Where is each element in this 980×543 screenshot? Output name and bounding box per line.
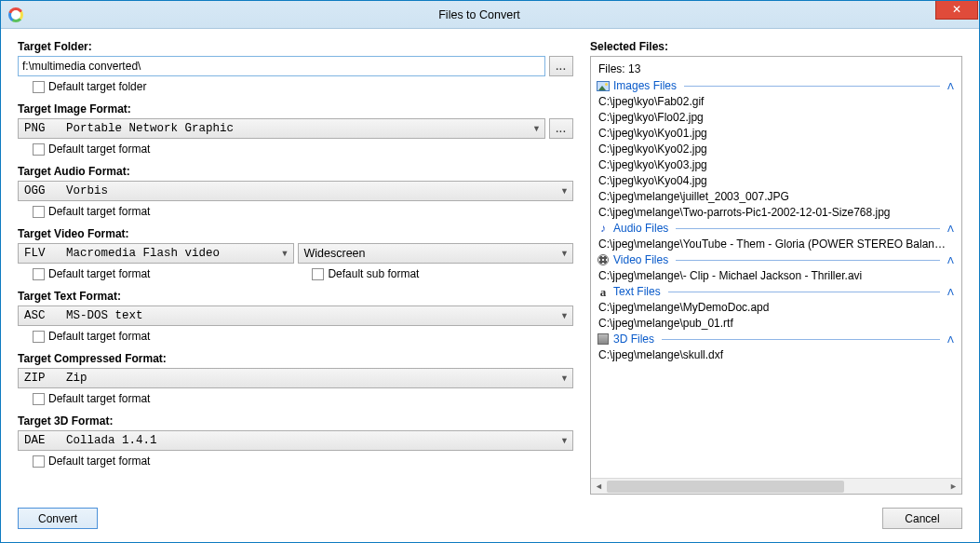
divider xyxy=(662,339,940,340)
footer: Convert Cancel xyxy=(1,502,979,542)
chevron-down-icon: ▼ xyxy=(560,186,569,196)
file-group-header[interactable]: 3D Filesᐱ xyxy=(597,333,960,346)
text-format-select[interactable]: ASC MS-DOS text ▼ xyxy=(18,305,573,326)
target-folder-input[interactable] xyxy=(18,56,545,76)
content-area: Target Folder: ... Default target folder… xyxy=(1,29,979,502)
video-format-value: FLV Macromedia Flash video xyxy=(24,247,220,260)
default-text-checkbox[interactable] xyxy=(33,331,45,343)
collapse-icon[interactable]: ᐱ xyxy=(947,255,954,265)
target-compressed-label: Target Compressed Format: xyxy=(18,352,573,365)
default-compressed-checkbox[interactable] xyxy=(33,393,45,405)
file-item[interactable]: C:\jpeg\melange\pub_01.rtf xyxy=(598,316,947,331)
audio-format-select[interactable]: OGG Vorbis ▼ xyxy=(18,181,573,201)
default-compressed-label: Default target format xyxy=(48,392,150,405)
group-label: Video Files xyxy=(613,253,668,266)
default-audio-checkbox[interactable] xyxy=(33,206,45,218)
image-format-select[interactable]: PNG Portable Network Graphic ▼ xyxy=(18,118,545,139)
img-icon xyxy=(597,79,610,92)
selected-files-label: Selected Files: xyxy=(590,40,962,53)
browse-folder-button[interactable]: ... xyxy=(549,56,573,76)
file-item[interactable]: C:\jpeg\kyo\Flo02.jpg xyxy=(598,110,947,125)
collapse-icon[interactable]: ᐱ xyxy=(947,224,954,234)
audio-format-value: OGG Vorbis xyxy=(24,184,108,197)
scroll-right-button[interactable]: ► xyxy=(946,479,961,495)
file-item[interactable]: C:\jpeg\kyo\Kyo04.jpg xyxy=(598,173,947,188)
titlebar[interactable]: Files to Convert ✕ xyxy=(1,1,979,29)
file-item[interactable]: C:\jpeg\melange\MyDemoDoc.apd xyxy=(598,300,947,315)
group-label: Audio Files xyxy=(613,222,668,235)
app-icon xyxy=(8,7,23,22)
target-folder-label: Target Folder: xyxy=(18,40,573,53)
close-button[interactable]: ✕ xyxy=(935,1,978,20)
file-list-inner: Files: 13 Images FilesᐱC:\jpeg\kyo\Fab02… xyxy=(591,57,961,478)
video-subformat-select[interactable]: Widescreen ▼ xyxy=(298,243,574,264)
scroll-left-button[interactable]: ◄ xyxy=(591,479,607,495)
target-audio-label: Target Audio Format: xyxy=(18,165,573,178)
horizontal-scrollbar[interactable]: ◄ ► xyxy=(591,478,961,494)
divider xyxy=(668,292,940,292)
divider xyxy=(676,260,940,261)
target-image-label: Target Image Format: xyxy=(18,102,573,115)
video-format-select[interactable]: FLV Macromedia Flash video ▼ xyxy=(18,243,294,264)
default-video-checkbox[interactable] xyxy=(33,268,45,280)
file-item[interactable]: C:\jpeg\melange\skull.dxf xyxy=(598,347,947,362)
cancel-button[interactable]: Cancel xyxy=(882,508,962,529)
default-3d-label: Default target format xyxy=(48,455,150,468)
default-3d-checkbox[interactable] xyxy=(33,455,45,468)
file-item[interactable]: C:\jpeg\kyo\Kyo03.jpg xyxy=(598,157,947,172)
file-group-header[interactable]: Video Filesᐱ xyxy=(597,253,960,266)
divider xyxy=(676,228,940,229)
default-image-checkbox[interactable] xyxy=(33,143,45,156)
group-label: Images Files xyxy=(613,79,677,92)
selected-files-list[interactable]: Files: 13 Images FilesᐱC:\jpeg\kyo\Fab02… xyxy=(590,56,962,495)
default-subformat-label: Default sub format xyxy=(328,267,419,280)
scroll-track[interactable] xyxy=(607,479,946,494)
default-text-label: Default target format xyxy=(48,330,150,343)
text-icon: a xyxy=(597,285,610,298)
default-subformat-checkbox[interactable] xyxy=(312,268,324,280)
file-item[interactable]: C:\jpeg\kyo\Kyo02.jpg xyxy=(598,142,947,156)
scroll-thumb[interactable] xyxy=(607,481,844,493)
file-item[interactable]: C:\jpeg\melange\- Clip - Michael Jackson… xyxy=(598,268,947,283)
chevron-down-icon: ▼ xyxy=(560,436,569,445)
file-item[interactable]: C:\jpeg\melange\YouTube - Them - Gloria … xyxy=(598,237,947,251)
chevron-down-icon: ▼ xyxy=(281,249,289,258)
left-column: Target Folder: ... Default target folder… xyxy=(18,40,573,495)
window-title: Files to Convert xyxy=(23,8,935,21)
default-folder-checkbox[interactable] xyxy=(33,81,45,93)
chevron-down-icon: ▼ xyxy=(560,311,569,320)
file-item[interactable]: C:\jpeg\melange\juillet_2003_007.JPG xyxy=(598,189,947,204)
image-format-options-button[interactable]: ... xyxy=(549,118,573,139)
convert-button[interactable]: Convert xyxy=(18,508,98,529)
video-icon xyxy=(597,253,610,266)
file-group-header[interactable]: aText Filesᐱ xyxy=(597,285,960,298)
collapse-icon[interactable]: ᐱ xyxy=(947,81,954,91)
group-label: 3D Files xyxy=(613,333,654,346)
window-frame: Files to Convert ✕ Target Folder: ... De… xyxy=(0,0,980,543)
collapse-icon[interactable]: ᐱ xyxy=(947,334,954,345)
chevron-down-icon: ▼ xyxy=(560,249,569,258)
file-item[interactable]: C:\jpeg\kyo\Fab02.gif xyxy=(598,94,947,109)
default-folder-label: Default target folder xyxy=(48,80,146,93)
file-count: Files: 13 xyxy=(598,62,958,75)
threed-format-value: DAE Collada 1.4.1 xyxy=(24,434,157,447)
right-column: Selected Files: Files: 13 Images FilesᐱC… xyxy=(590,40,962,495)
file-item[interactable]: C:\jpeg\melange\Two-parrots-Pic1-2002-12… xyxy=(598,205,947,220)
default-image-label: Default target format xyxy=(48,143,150,156)
collapse-icon[interactable]: ᐱ xyxy=(947,287,954,297)
file-item[interactable]: C:\jpeg\kyo\Kyo01.jpg xyxy=(598,126,947,141)
target-3d-label: Target 3D Format: xyxy=(18,414,573,428)
group-label: Text Files xyxy=(613,285,661,298)
file-group-header[interactable]: ♪Audio Filesᐱ xyxy=(597,222,960,235)
3d-icon xyxy=(597,333,610,346)
chevron-down-icon: ▼ xyxy=(560,373,569,383)
threed-format-select[interactable]: DAE Collada 1.4.1 ▼ xyxy=(18,430,573,451)
text-format-value: ASC MS-DOS text xyxy=(24,309,143,322)
compressed-format-select[interactable]: ZIP Zip ▼ xyxy=(18,368,573,388)
default-video-label: Default target format xyxy=(48,267,150,280)
image-format-value: PNG Portable Network Graphic xyxy=(24,122,234,135)
compressed-format-value: ZIP Zip xyxy=(24,372,87,385)
chevron-down-icon: ▼ xyxy=(532,124,541,133)
file-group-header[interactable]: Images Filesᐱ xyxy=(597,79,960,92)
divider xyxy=(684,86,940,87)
